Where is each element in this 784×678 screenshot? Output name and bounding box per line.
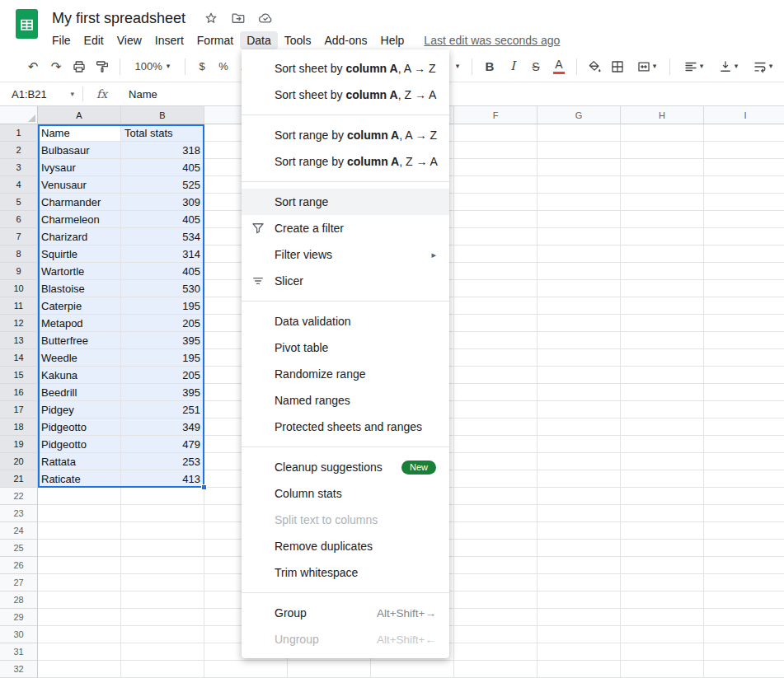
row-header-13[interactable]: 13 [0,332,38,349]
cell-A21[interactable]: Raticate [38,470,121,488]
cell-B28[interactable] [121,591,204,609]
menu-item-column-stats[interactable]: Column stats [242,480,449,507]
cell-I26[interactable] [704,557,784,574]
fill-color-button[interactable] [583,55,606,78]
cell-A28[interactable] [38,591,121,609]
column-header-I[interactable]: I [704,106,784,124]
cell-A18[interactable]: Pidgeotto [38,418,121,436]
cell-H3[interactable] [621,159,704,176]
cell-G32[interactable] [538,661,621,678]
cell-I12[interactable] [704,315,784,332]
cell-A20[interactable]: Rattata [38,453,121,470]
cell-F3[interactable] [454,159,538,176]
cell-I23[interactable] [704,505,784,522]
cell-A6[interactable]: Charmeleon [38,211,121,228]
cell-H15[interactable] [621,367,704,384]
menubar-item-view[interactable]: View [110,31,148,49]
cell-F20[interactable] [454,453,538,470]
cell-G19[interactable] [538,436,621,453]
cell-G3[interactable] [538,159,621,176]
cell-A29[interactable] [38,609,121,626]
menu-item-sort-sheet-by-column-a-a-z[interactable]: Sort sheet by column A, A → Z [242,55,449,82]
cell-H20[interactable] [621,453,704,470]
cell-I29[interactable] [704,609,784,626]
row-header-22[interactable]: 22 [0,488,38,505]
vertical-align-button[interactable]: ▾ [711,55,745,78]
cell-G26[interactable] [538,557,621,574]
cell-A2[interactable]: Bulbasaur [38,142,121,159]
cell-H6[interactable] [621,211,704,228]
cell-F27[interactable] [454,574,538,591]
cell-I13[interactable] [704,332,784,349]
cell-H7[interactable] [621,228,704,245]
cell-H9[interactable] [621,263,704,280]
cell-G23[interactable] [538,505,621,522]
cell-H5[interactable] [621,194,704,211]
cell-A23[interactable] [38,505,121,522]
cell-F18[interactable] [454,418,538,436]
cell-F29[interactable] [454,609,538,626]
cell-F11[interactable] [454,297,538,315]
row-header-21[interactable]: 21 [0,470,38,488]
cell-F4[interactable] [454,176,538,194]
menu-item-randomize-range[interactable]: Randomize range [242,361,449,387]
cell-F17[interactable] [454,401,538,418]
cell-G4[interactable] [538,176,621,194]
cell-H28[interactable] [621,591,704,609]
undo-button[interactable]: ↶ [21,55,45,78]
cell-B31[interactable] [121,643,204,661]
cell-H31[interactable] [621,643,704,661]
cell-I16[interactable] [704,384,784,401]
cell-H22[interactable] [621,488,704,505]
menu-item-pivot-table[interactable]: Pivot table [242,334,449,361]
cell-B10[interactable]: 530 [121,280,204,297]
cell-H2[interactable] [621,142,704,159]
cell-A3[interactable]: Ivysaur [38,159,121,176]
cell-A9[interactable]: Wartortle [38,263,121,280]
name-box-dropdown-icon[interactable]: ▾ [70,90,74,98]
cell-B30[interactable] [121,626,204,643]
cell-G29[interactable] [538,609,621,626]
menu-item-data-validation[interactable]: Data validation [242,308,449,334]
cell-I5[interactable] [704,194,784,211]
menubar-item-edit[interactable]: Edit [77,31,110,49]
cell-B24[interactable] [121,522,204,540]
cell-A22[interactable] [38,488,121,505]
cell-B8[interactable]: 314 [121,245,204,263]
menu-item-remove-duplicates[interactable]: Remove duplicates [242,533,449,559]
cell-I31[interactable] [704,643,784,661]
row-header-30[interactable]: 30 [0,626,38,643]
merge-cells-button[interactable]: ▾ [629,55,664,78]
cell-H26[interactable] [621,557,704,574]
select-all-corner[interactable] [0,106,38,124]
cell-B4[interactable]: 525 [121,176,204,194]
cell-I8[interactable] [704,245,784,263]
cell-I10[interactable] [704,280,784,297]
cell-G25[interactable] [538,540,621,557]
menu-item-sort-range-by-column-a-a-z[interactable]: Sort range by column A, A → Z [242,122,449,148]
cell-F19[interactable] [454,436,538,453]
cell-B11[interactable]: 195 [121,297,204,315]
cell-G13[interactable] [538,332,621,349]
cell-A25[interactable] [38,540,121,557]
cell-H12[interactable] [621,315,704,332]
cell-G22[interactable] [538,488,621,505]
cell-A31[interactable] [38,643,121,661]
cell-B7[interactable]: 534 [121,228,204,245]
row-header-10[interactable]: 10 [0,280,38,297]
cell-A11[interactable]: Caterpie [38,297,121,315]
text-wrap-button[interactable]: ▾ [745,55,780,78]
cell-A8[interactable]: Squirtle [38,245,121,263]
row-header-4[interactable]: 4 [0,176,38,194]
cell-B27[interactable] [121,574,204,591]
row-header-26[interactable]: 26 [0,557,38,574]
formula-input[interactable]: Name [129,88,157,101]
menu-item-protected-sheets-and-ranges[interactable]: Protected sheets and ranges [242,414,449,440]
cell-H27[interactable] [621,574,704,591]
row-header-20[interactable]: 20 [0,453,38,470]
cell-I22[interactable] [704,488,784,505]
cell-G7[interactable] [538,228,621,245]
cell-G27[interactable] [538,574,621,591]
row-header-1[interactable]: 1 [0,124,38,142]
cell-G28[interactable] [538,591,621,609]
